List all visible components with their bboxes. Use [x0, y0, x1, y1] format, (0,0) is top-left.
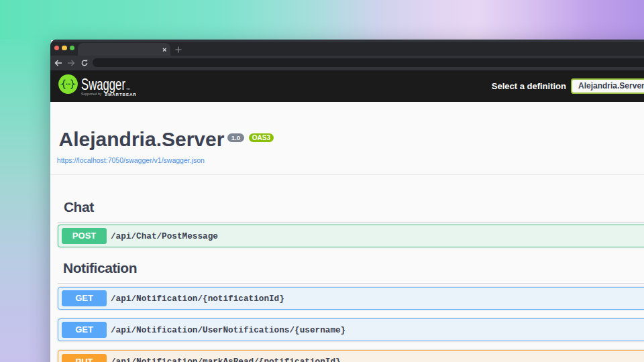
svg-text:SMARTBEAR: SMARTBEAR [105, 92, 137, 97]
svg-text:TM: TM [126, 88, 129, 90]
svg-text:Swagger: Swagger [81, 77, 125, 93]
svg-text:Supported by: Supported by [81, 92, 102, 96]
